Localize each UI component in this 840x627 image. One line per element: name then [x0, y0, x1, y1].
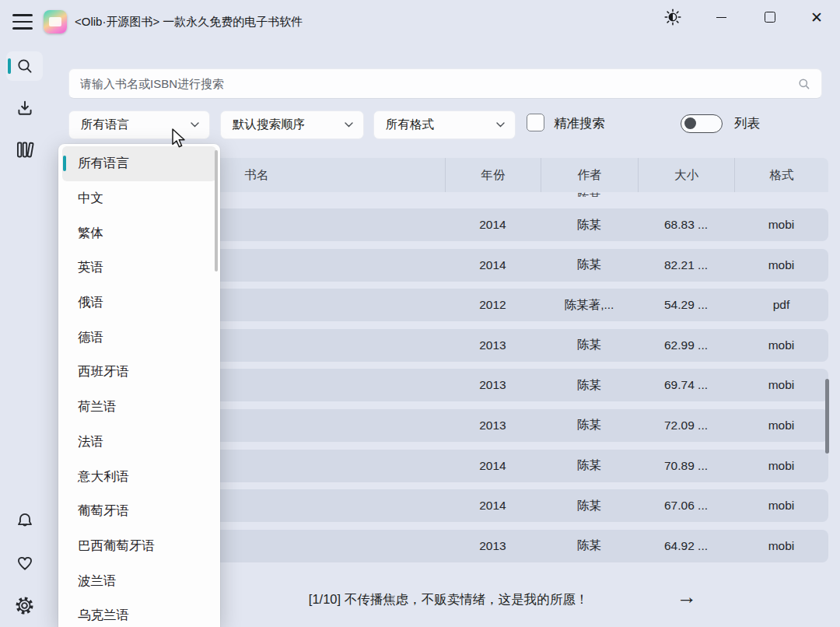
language-option[interactable]: 波兰语: [62, 563, 216, 598]
format-dropdown-button[interactable]: 所有格式: [373, 110, 516, 139]
cell-year: 2013: [445, 378, 541, 392]
heart-icon: [15, 553, 35, 573]
cell-format: mobi: [734, 338, 828, 352]
search-bar: [68, 68, 822, 99]
cell-format: mobi: [734, 419, 828, 433]
column-header-author[interactable]: 作者: [541, 158, 638, 192]
cell-author: 陈某: [541, 498, 638, 514]
table-scrollbar-thumb[interactable]: [825, 379, 829, 454]
column-header-format[interactable]: 格式: [734, 158, 828, 192]
language-option[interactable]: 法语: [62, 425, 216, 460]
cell-size: 72.09 ...: [638, 419, 734, 433]
active-indicator-bar: [8, 58, 11, 74]
cell-author: 陈某: [541, 257, 638, 273]
language-option[interactable]: 意大利语: [62, 459, 216, 494]
language-option[interactable]: 繁体: [62, 215, 216, 250]
chevron-down-icon: [345, 122, 353, 128]
cell-size: 54.29 ...: [638, 298, 734, 312]
cell-year: 2014: [445, 459, 541, 473]
language-option[interactable]: 俄语: [62, 285, 216, 321]
search-icon: [16, 57, 34, 75]
cell-format: mobi: [734, 218, 828, 232]
app-window: <Olib·开源图书> 一款永久免费的电子书软件 ✕: [0, 0, 840, 627]
cell-author: 陈某: [541, 377, 638, 394]
chevron-down-icon: [191, 122, 199, 128]
language-option[interactable]: 德语: [62, 320, 216, 355]
sort-order-dropdown-button[interactable]: 默认搜索顺序: [220, 110, 364, 139]
cell-format: mobi: [734, 539, 828, 553]
sort-order-dropdown-value: 默认搜索顺序: [233, 117, 305, 133]
column-header-size[interactable]: 大小: [638, 158, 734, 192]
theme-brightness-icon[interactable]: [661, 5, 684, 29]
minimize-button[interactable]: [703, 3, 739, 31]
close-button[interactable]: ✕: [799, 3, 835, 31]
app-logo-icon: [44, 10, 67, 33]
cell-size: 69.74 ...: [638, 378, 734, 392]
maximize-icon: [765, 12, 775, 23]
cell-year: 2013: [445, 539, 541, 553]
cell-author: 陈某著,...: [541, 297, 638, 314]
language-dropdown-value: 所有语言: [81, 117, 129, 133]
language-option[interactable]: 所有语言: [62, 146, 216, 181]
list-view-label: 列表: [734, 115, 760, 132]
cell-size: 68.83 ...: [638, 218, 734, 232]
sidebar-item-search[interactable]: [6, 51, 43, 81]
format-dropdown-value: 所有格式: [386, 117, 434, 133]
close-icon: ✕: [810, 10, 823, 25]
dropdown-scrollbar-thumb[interactable]: [215, 150, 219, 271]
exact-search-checkbox[interactable]: [527, 114, 544, 131]
list-view-toggle[interactable]: [681, 114, 723, 133]
chevron-down-icon: [496, 122, 505, 128]
cell-size: 64.92 ...: [638, 539, 734, 553]
cell-format: mobi: [734, 459, 828, 473]
cell-author: 陈某: [541, 457, 638, 474]
cell-size: 67.06 ...: [638, 499, 734, 513]
language-option[interactable]: 英语: [62, 250, 216, 285]
sidebar-item-library[interactable]: [12, 137, 38, 162]
language-option[interactable]: 葡萄牙语: [62, 494, 216, 529]
gear-icon: [14, 595, 35, 616]
cell-size: 62.99 ...: [638, 338, 734, 352]
sidebar-item-downloads[interactable]: [12, 96, 38, 121]
column-header-year[interactable]: 年份: [445, 158, 541, 192]
cell-format: pdf: [734, 298, 828, 312]
bell-icon: [15, 511, 35, 531]
library-books-icon: [15, 139, 36, 160]
language-option[interactable]: 荷兰语: [62, 390, 216, 425]
cell-format: mobi: [734, 378, 828, 392]
cell-year: 2013: [445, 338, 541, 352]
cell-format: mobi: [734, 499, 828, 513]
language-dropdown-button[interactable]: 所有语言: [68, 110, 210, 139]
maximize-button[interactable]: [752, 3, 788, 31]
sidebar-item-settings[interactable]: [11, 593, 37, 618]
cell-format: mobi: [734, 258, 828, 272]
language-option[interactable]: 巴西葡萄牙语: [62, 529, 216, 564]
cell-year: 2014: [445, 218, 541, 232]
window-title: <Olib·开源图书> 一款永久免费的电子书软件: [75, 0, 303, 44]
cell-year: 2013: [445, 419, 541, 433]
cell-author: 陈某: [541, 217, 638, 233]
partially-scrolled-row: 陈某: [541, 192, 638, 197]
cell-year: 2014: [445, 258, 541, 272]
cell-year: 2014: [445, 499, 541, 513]
cell-author: 陈某: [541, 538, 638, 554]
minimize-icon: [716, 17, 726, 18]
cell-author: 陈某: [541, 417, 638, 433]
exact-search-label: 精准搜索: [554, 115, 605, 132]
download-icon: [15, 99, 35, 119]
selected-indicator-bar: [63, 156, 66, 171]
toggle-knob: [684, 117, 696, 129]
search-input[interactable]: [69, 77, 798, 90]
next-page-arrow[interactable]: →: [677, 585, 697, 609]
hamburger-menu-icon[interactable]: [12, 14, 33, 30]
titlebar: <Olib·开源图书> 一款永久免费的电子书软件 ✕: [0, 0, 840, 44]
language-option[interactable]: 中文: [62, 181, 216, 216]
magnifier-icon: [798, 78, 810, 90]
language-option[interactable]: 乌克兰语: [62, 598, 216, 627]
language-option[interactable]: 西班牙语: [62, 355, 216, 390]
cell-size: 70.89 ...: [638, 459, 734, 473]
sidebar-item-favorites[interactable]: [12, 551, 38, 576]
cell-author: 陈某: [541, 337, 638, 353]
sidebar-item-notifications[interactable]: [12, 509, 38, 534]
cell-size: 82.21 ...: [638, 258, 734, 272]
